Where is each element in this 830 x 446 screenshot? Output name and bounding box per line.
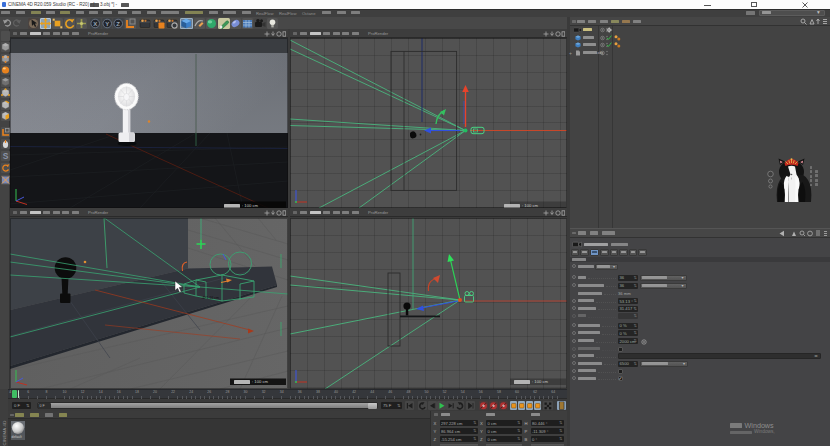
svg-text:S: S — [2, 151, 8, 161]
svg-text:-491.16 cm: -491.16 cm — [201, 296, 219, 300]
svg-text:Y: Y — [105, 20, 109, 26]
svg-text:Z: Z — [116, 20, 120, 26]
svg-text:X: X — [93, 20, 97, 26]
